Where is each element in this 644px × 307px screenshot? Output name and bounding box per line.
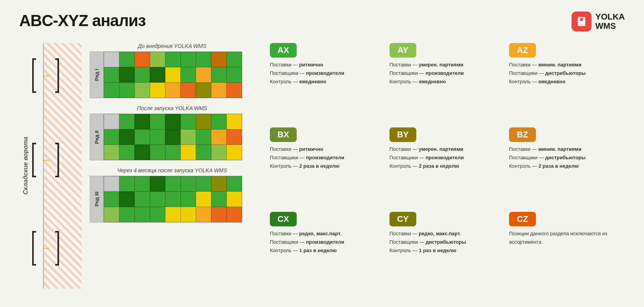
category-badge-BZ: BZ	[509, 127, 536, 142]
cell-1-17	[227, 129, 242, 145]
main-content: Складские ворота ↔	[19, 43, 625, 289]
cell-2-25	[211, 207, 227, 222]
cell-1-25	[211, 145, 227, 160]
cell-0-15	[196, 67, 211, 83]
category-badge-BY: BY	[389, 127, 416, 142]
category-badge-CX: CX	[270, 212, 297, 226]
cell-1-7	[211, 114, 227, 129]
row-label-1: Ряд II	[90, 114, 104, 160]
cell-1-14	[181, 129, 196, 145]
heatmap-wrapper-0: Ряд I	[90, 51, 255, 98]
cell-0-21	[150, 83, 165, 98]
cell-2-20	[135, 207, 150, 222]
category-badge-AX: AX	[270, 43, 297, 58]
category-card-BY: BYПоставки — умерен. партиямиПоставщики …	[389, 127, 498, 204]
cell-2-22	[165, 207, 181, 222]
category-badge-AY: AY	[389, 43, 416, 58]
category-badge-CY: CY	[389, 212, 416, 226]
cell-1-24	[196, 145, 211, 160]
heatmap-grid-1	[104, 114, 242, 160]
cell-2-15	[196, 191, 211, 207]
vertical-label: Складские ворота	[19, 43, 32, 289]
cell-1-13	[165, 129, 181, 145]
cell-1-8	[227, 114, 242, 129]
cell-2-3	[150, 176, 165, 191]
category-desc-CX: Поставки — редко, макс.парт.Поставщики —…	[270, 229, 378, 255]
cell-1-18	[104, 145, 119, 160]
cell-1-22	[165, 145, 181, 160]
category-desc-AZ: Поставки — миним. партиямиПоставщики — д…	[509, 61, 617, 86]
period-block-1: После запуска YOLKA WMSРяд II	[90, 105, 255, 160]
category-badge-AZ: AZ	[509, 43, 536, 58]
period-block-0: До внедрения YOLKA WMSРяд I	[90, 43, 255, 98]
cell-0-26	[227, 83, 242, 98]
category-desc-BY: Поставки — умерен. партиямиПоставщики — …	[389, 145, 498, 170]
cell-0-16	[211, 67, 227, 83]
header: ABC-XYZ анализ YOLKAWMS	[19, 12, 625, 31]
cell-2-21	[150, 207, 165, 222]
cell-0-20	[135, 83, 150, 98]
cell-1-19	[119, 145, 135, 160]
cell-0-19	[119, 83, 135, 98]
cell-0-5	[181, 52, 196, 67]
gate-2: ↔	[32, 143, 59, 177]
gate-arrow-2: ↔	[40, 154, 51, 166]
cell-1-20	[135, 145, 150, 160]
category-desc-BZ: Поставки — миним. партиямиПоставщики — д…	[509, 145, 617, 170]
right-section: AXПоставки — ритмичноПоставщики — произв…	[262, 43, 625, 289]
period-label-0: До внедрения YOLKA WMS	[90, 43, 255, 49]
center-section: До внедрения YOLKA WMSРяд IПосле запуска…	[90, 43, 255, 289]
svg-rect-1	[580, 21, 583, 23]
cell-0-9	[104, 67, 119, 83]
cell-2-13	[165, 191, 181, 207]
cell-0-13	[165, 67, 181, 83]
logo-container: YOLKAWMS	[572, 12, 625, 31]
cell-0-12	[150, 67, 165, 83]
category-desc-AX: Поставки — ритмичноПоставщики — производ…	[270, 61, 378, 86]
heatmap-grid-2	[104, 176, 242, 223]
cell-0-4	[165, 52, 181, 67]
cell-0-23	[181, 83, 196, 98]
page: ABC-XYZ анализ YOLKAWMS Складские ворота	[0, 0, 644, 307]
category-card-AZ: AZПоставки — миним. партиямиПоставщики —…	[509, 43, 617, 120]
cell-1-9	[104, 129, 119, 145]
cell-2-7	[211, 176, 227, 191]
cell-0-10	[119, 67, 135, 83]
cell-0-2	[135, 52, 150, 67]
cell-2-10	[119, 191, 135, 207]
cell-0-1	[119, 52, 135, 67]
gate-arrow-3: ↔	[40, 242, 51, 254]
cell-0-6	[196, 52, 211, 67]
cell-1-11	[135, 129, 150, 145]
cell-2-6	[196, 176, 211, 191]
cell-1-1	[119, 114, 135, 129]
cell-2-0	[104, 176, 119, 191]
heatmap-grid-0	[104, 51, 242, 98]
cell-2-17	[227, 191, 242, 207]
cell-2-24	[196, 207, 211, 222]
heatmap-wrapper-1: Ряд II	[90, 114, 255, 160]
cell-0-18	[104, 83, 119, 98]
cell-1-10	[119, 129, 135, 145]
cell-1-6	[196, 114, 211, 129]
cell-2-18	[104, 207, 119, 222]
cell-1-15	[196, 129, 211, 145]
cell-1-21	[150, 145, 165, 160]
heatmap-container: До внедрения YOLKA WMSРяд IПосле запуска…	[90, 43, 255, 229]
cell-2-9	[104, 191, 119, 207]
cell-1-5	[181, 114, 196, 129]
page-title: ABC-XYZ анализ	[19, 12, 146, 30]
category-desc-CY: Поставки — редко, макс.парт.Поставщики —…	[389, 229, 498, 255]
cell-2-1	[119, 176, 135, 191]
cell-2-4	[165, 176, 181, 191]
cell-0-11	[135, 67, 150, 83]
category-desc-CZ: Позиции данного раздела исключаются из а…	[509, 229, 617, 246]
logo-icon	[572, 12, 591, 31]
gate-3: ↔	[32, 231, 59, 266]
cell-0-25	[211, 83, 227, 98]
cell-2-23	[181, 207, 196, 222]
cell-1-16	[211, 129, 227, 145]
category-card-BX: BXПоставки — ритмичноПоставщики — произв…	[270, 127, 378, 204]
logo-text: YOLKAWMS	[595, 12, 625, 31]
cell-1-3	[150, 114, 165, 129]
